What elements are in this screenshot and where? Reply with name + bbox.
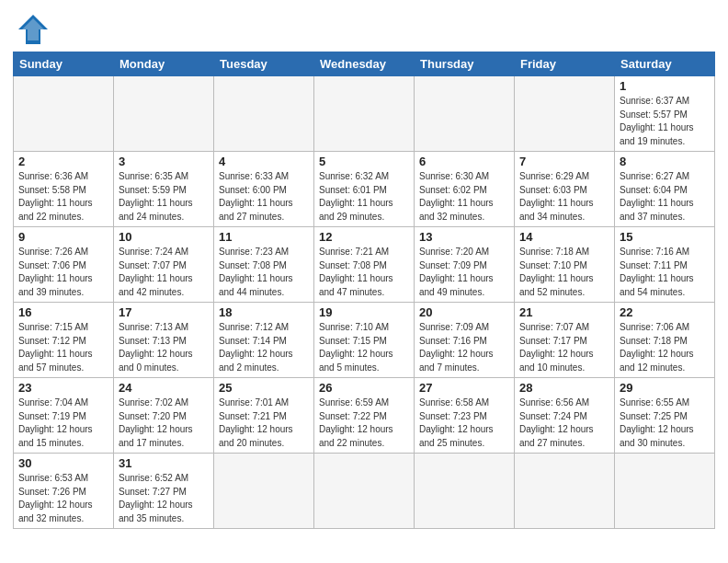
header: [13, 9, 715, 46]
weekday-header-monday: Monday: [114, 52, 214, 76]
day-number: 19: [319, 305, 409, 319]
day-info: Sunrise: 7:06 AM Sunset: 7:18 PM Dayligh…: [620, 321, 710, 374]
day-cell: 2Sunrise: 6:36 AM Sunset: 5:58 PM Daylig…: [14, 152, 114, 227]
calendar-table: SundayMondayTuesdayWednesdayThursdayFrid…: [13, 52, 715, 529]
day-number: 28: [519, 381, 609, 395]
day-cell: 20Sunrise: 7:09 AM Sunset: 7:16 PM Dayli…: [415, 303, 515, 378]
day-info: Sunrise: 7:01 AM Sunset: 7:21 PM Dayligh…: [219, 396, 309, 450]
day-cell: 27Sunrise: 6:58 AM Sunset: 7:23 PM Dayli…: [415, 378, 515, 454]
day-cell: [214, 76, 314, 152]
week-row-3: 9Sunrise: 7:26 AM Sunset: 7:06 PM Daylig…: [14, 227, 715, 303]
day-number: 21: [519, 305, 609, 319]
day-cell: 1Sunrise: 6:37 AM Sunset: 5:57 PM Daylig…: [615, 76, 715, 152]
day-cell: 26Sunrise: 6:59 AM Sunset: 7:22 PM Dayli…: [314, 378, 415, 454]
day-info: Sunrise: 6:29 AM Sunset: 6:03 PM Dayligh…: [519, 170, 609, 224]
day-info: Sunrise: 7:15 AM Sunset: 7:12 PM Dayligh…: [18, 321, 108, 374]
day-cell: 17Sunrise: 7:13 AM Sunset: 7:13 PM Dayli…: [114, 303, 214, 378]
day-info: Sunrise: 7:20 AM Sunset: 7:09 PM Dayligh…: [419, 246, 509, 299]
weekday-header-friday: Friday: [515, 52, 615, 76]
day-cell: 7Sunrise: 6:29 AM Sunset: 6:03 PM Daylig…: [515, 152, 615, 227]
logo: [13, 13, 50, 46]
day-number: 13: [419, 230, 509, 244]
day-cell: 16Sunrise: 7:15 AM Sunset: 7:12 PM Dayli…: [14, 303, 114, 378]
day-cell: 23Sunrise: 7:04 AM Sunset: 7:19 PM Dayli…: [14, 378, 114, 454]
day-cell: [415, 454, 515, 529]
weekday-header-thursday: Thursday: [415, 52, 515, 76]
day-cell: 24Sunrise: 7:02 AM Sunset: 7:20 PM Dayli…: [114, 378, 214, 454]
day-info: Sunrise: 6:53 AM Sunset: 7:26 PM Dayligh…: [18, 472, 108, 525]
day-number: 20: [419, 305, 509, 319]
day-cell: [515, 454, 615, 529]
weekday-header-tuesday: Tuesday: [214, 52, 314, 76]
day-number: 24: [119, 381, 209, 395]
day-number: 5: [319, 155, 409, 168]
day-cell: 10Sunrise: 7:24 AM Sunset: 7:07 PM Dayli…: [114, 227, 214, 303]
day-number: 18: [219, 305, 309, 319]
day-info: Sunrise: 7:16 AM Sunset: 7:11 PM Dayligh…: [620, 246, 710, 299]
weekday-header-row: SundayMondayTuesdayWednesdayThursdayFrid…: [14, 52, 715, 76]
day-number: 17: [119, 305, 209, 319]
day-info: Sunrise: 6:27 AM Sunset: 6:04 PM Dayligh…: [620, 170, 710, 224]
day-cell: [515, 76, 615, 152]
day-cell: 21Sunrise: 7:07 AM Sunset: 7:17 PM Dayli…: [515, 303, 615, 378]
week-row-5: 23Sunrise: 7:04 AM Sunset: 7:19 PM Dayli…: [14, 378, 715, 454]
day-info: Sunrise: 6:55 AM Sunset: 7:25 PM Dayligh…: [620, 396, 710, 450]
day-info: Sunrise: 7:23 AM Sunset: 7:08 PM Dayligh…: [219, 246, 309, 299]
day-info: Sunrise: 7:21 AM Sunset: 7:08 PM Dayligh…: [319, 246, 409, 299]
day-cell: 5Sunrise: 6:32 AM Sunset: 6:01 PM Daylig…: [314, 152, 415, 227]
day-info: Sunrise: 7:10 AM Sunset: 7:15 PM Dayligh…: [319, 321, 409, 374]
logo-icon: [17, 13, 50, 46]
day-number: 30: [18, 456, 108, 470]
day-number: 9: [18, 230, 108, 244]
day-info: Sunrise: 7:07 AM Sunset: 7:17 PM Dayligh…: [519, 321, 609, 374]
weekday-header-sunday: Sunday: [14, 52, 114, 76]
day-cell: 13Sunrise: 7:20 AM Sunset: 7:09 PM Dayli…: [415, 227, 515, 303]
day-cell: [314, 454, 415, 529]
day-number: 23: [18, 381, 108, 395]
day-number: 22: [620, 305, 710, 319]
week-row-4: 16Sunrise: 7:15 AM Sunset: 7:12 PM Dayli…: [14, 303, 715, 378]
day-number: 2: [18, 155, 108, 168]
weekday-header-saturday: Saturday: [615, 52, 715, 76]
day-number: 8: [620, 155, 710, 168]
day-cell: 18Sunrise: 7:12 AM Sunset: 7:14 PM Dayli…: [214, 303, 314, 378]
day-info: Sunrise: 6:30 AM Sunset: 6:02 PM Dayligh…: [419, 170, 509, 224]
day-number: 27: [419, 381, 509, 395]
day-cell: [14, 76, 114, 152]
day-info: Sunrise: 6:59 AM Sunset: 7:22 PM Dayligh…: [319, 396, 409, 450]
day-number: 29: [620, 381, 710, 395]
day-info: Sunrise: 6:35 AM Sunset: 5:59 PM Dayligh…: [119, 170, 209, 224]
day-number: 16: [18, 305, 108, 319]
day-number: 11: [219, 230, 309, 244]
day-info: Sunrise: 6:58 AM Sunset: 7:23 PM Dayligh…: [419, 396, 509, 450]
day-info: Sunrise: 7:09 AM Sunset: 7:16 PM Dayligh…: [419, 321, 509, 374]
day-cell: 6Sunrise: 6:30 AM Sunset: 6:02 PM Daylig…: [415, 152, 515, 227]
day-number: 6: [419, 155, 509, 168]
day-info: Sunrise: 6:37 AM Sunset: 5:57 PM Dayligh…: [620, 95, 710, 148]
day-cell: 8Sunrise: 6:27 AM Sunset: 6:04 PM Daylig…: [615, 152, 715, 227]
day-cell: 14Sunrise: 7:18 AM Sunset: 7:10 PM Dayli…: [515, 227, 615, 303]
week-row-2: 2Sunrise: 6:36 AM Sunset: 5:58 PM Daylig…: [14, 152, 715, 227]
day-info: Sunrise: 7:12 AM Sunset: 7:14 PM Dayligh…: [219, 321, 309, 374]
day-cell: 29Sunrise: 6:55 AM Sunset: 7:25 PM Dayli…: [615, 378, 715, 454]
day-cell: 12Sunrise: 7:21 AM Sunset: 7:08 PM Dayli…: [314, 227, 415, 303]
calendar-page: SundayMondayTuesdayWednesdayThursdayFrid…: [0, 0, 728, 538]
day-cell: 31Sunrise: 6:52 AM Sunset: 7:27 PM Dayli…: [114, 454, 214, 529]
day-number: 12: [319, 230, 409, 244]
weekday-header-wednesday: Wednesday: [314, 52, 415, 76]
day-info: Sunrise: 7:02 AM Sunset: 7:20 PM Dayligh…: [119, 396, 209, 450]
day-info: Sunrise: 7:26 AM Sunset: 7:06 PM Dayligh…: [18, 246, 108, 299]
day-info: Sunrise: 7:18 AM Sunset: 7:10 PM Dayligh…: [519, 246, 609, 299]
day-cell: 19Sunrise: 7:10 AM Sunset: 7:15 PM Dayli…: [314, 303, 415, 378]
day-number: 26: [319, 381, 409, 395]
day-number: 7: [519, 155, 609, 168]
day-cell: 28Sunrise: 6:56 AM Sunset: 7:24 PM Dayli…: [515, 378, 615, 454]
day-cell: [615, 454, 715, 529]
day-cell: 30Sunrise: 6:53 AM Sunset: 7:26 PM Dayli…: [14, 454, 114, 529]
day-number: 4: [219, 155, 309, 168]
day-number: 1: [620, 79, 710, 93]
day-cell: 15Sunrise: 7:16 AM Sunset: 7:11 PM Dayli…: [615, 227, 715, 303]
week-row-1: 1Sunrise: 6:37 AM Sunset: 5:57 PM Daylig…: [14, 76, 715, 152]
day-cell: 22Sunrise: 7:06 AM Sunset: 7:18 PM Dayli…: [615, 303, 715, 378]
day-cell: [114, 76, 214, 152]
